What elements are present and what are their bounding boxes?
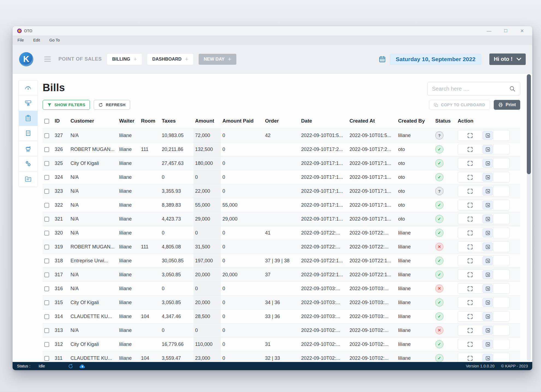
cell-order: 34 | 36: [263, 296, 299, 310]
export-row-button[interactable]: [483, 242, 493, 251]
export-row-button[interactable]: [483, 228, 493, 237]
row-checkbox[interactable]: [44, 217, 49, 222]
sidebar-item-settings-gears[interactable]: [19, 156, 37, 172]
tab-billing[interactable]: BILLING+: [107, 54, 142, 65]
row-checkbox[interactable]: [44, 259, 49, 263]
search-input[interactable]: [432, 86, 509, 92]
expand-row-button[interactable]: [458, 172, 482, 182]
cell-waiter: liliane: [117, 282, 139, 296]
expand-row-button[interactable]: [458, 130, 482, 141]
show-filters-button[interactable]: SHOW FILTERS: [43, 100, 90, 110]
export-row-button[interactable]: [483, 326, 493, 335]
expand-row-button[interactable]: [458, 353, 482, 362]
cell-created-by: liliane: [396, 282, 434, 296]
row-checkbox[interactable]: [44, 147, 49, 152]
copy-to-clipboard-button[interactable]: COPY TO CLIPBOARD: [429, 100, 490, 110]
col-created-at: Created At: [348, 118, 396, 129]
cell-order: [263, 212, 299, 226]
expand-row-button[interactable]: [458, 339, 482, 349]
export-row-button[interactable]: [483, 187, 493, 195]
row-checkbox[interactable]: [44, 161, 49, 166]
new-day-button[interactable]: NEW DAY+: [199, 54, 236, 65]
cell-date: 2022-09-10T02:...: [299, 323, 348, 337]
row-checkbox[interactable]: [44, 286, 49, 291]
cell-amount-paid: 0: [221, 142, 263, 156]
calendar-icon[interactable]: [378, 55, 386, 63]
expand-row-button[interactable]: [458, 214, 482, 224]
row-checkbox[interactable]: [44, 356, 49, 361]
export-row-button[interactable]: [483, 354, 493, 362]
status-success-badge: ✓: [435, 145, 443, 153]
sidebar-item-pos-terminal[interactable]: [19, 96, 37, 111]
sidebar-item-receipt[interactable]: [19, 126, 37, 141]
user-menu-button[interactable]: Hi oto !: [489, 54, 526, 65]
expand-row-button[interactable]: [458, 242, 482, 252]
expand-row-button[interactable]: [458, 256, 482, 266]
expand-row-button[interactable]: [458, 269, 482, 280]
menu-edit[interactable]: Edit: [33, 38, 40, 42]
cell-waiter: liliane: [117, 212, 139, 226]
export-arrow-icon: [485, 161, 490, 166]
export-row-button[interactable]: [483, 340, 493, 349]
sidebar-item-gauge[interactable]: [19, 81, 37, 96]
maximize-button[interactable]: ☐: [504, 29, 507, 33]
sidebar-item-cart[interactable]: [19, 141, 37, 156]
scrollbar-thumb[interactable]: [527, 74, 531, 174]
export-row-button[interactable]: [483, 173, 493, 182]
sidebar-item-documents-folder[interactable]: [19, 171, 37, 187]
cell-date: 2022-09-10T01:5...: [299, 129, 348, 142]
expand-row-button[interactable]: [458, 158, 482, 168]
row-checkbox[interactable]: [44, 314, 49, 319]
expand-icon: [467, 328, 473, 333]
row-checkbox[interactable]: [44, 272, 49, 277]
row-checkbox[interactable]: [44, 245, 49, 250]
export-row-button[interactable]: [483, 145, 493, 154]
export-row-button[interactable]: [483, 131, 493, 140]
action-button-group: [458, 213, 510, 224]
expand-row-button[interactable]: [458, 283, 482, 294]
expand-row-button[interactable]: [458, 228, 482, 238]
export-arrow-icon: [485, 216, 490, 222]
app-header: K POINT OF SALES BILLING+ DASHBOARD+ NEW…: [13, 45, 532, 74]
row-checkbox[interactable]: [44, 203, 49, 208]
export-row-button[interactable]: [483, 256, 493, 265]
expand-row-button[interactable]: [458, 200, 482, 210]
expand-row-button[interactable]: [458, 311, 482, 322]
hamburger-menu-icon[interactable]: [44, 57, 51, 62]
minimize-button[interactable]: —: [487, 29, 491, 33]
row-checkbox[interactable]: [44, 342, 49, 347]
export-row-button[interactable]: [483, 215, 493, 223]
row-checkbox[interactable]: [44, 328, 49, 333]
export-arrow-icon: [485, 286, 490, 291]
row-checkbox[interactable]: [44, 300, 49, 305]
export-row-button[interactable]: [483, 270, 493, 279]
expand-row-button[interactable]: [458, 186, 482, 196]
expand-row-button[interactable]: [458, 297, 482, 308]
select-all-checkbox[interactable]: [44, 119, 49, 124]
close-button[interactable]: ✕: [520, 29, 524, 33]
expand-row-button[interactable]: [458, 325, 482, 335]
cell-date: 2022-09-10T02:...: [299, 351, 348, 362]
export-row-button[interactable]: [483, 312, 493, 321]
cell-amount: 180,000: [193, 156, 221, 170]
export-arrow-icon: [485, 175, 490, 180]
export-row-button[interactable]: [483, 298, 493, 307]
tab-dashboard[interactable]: DASHBOARD+: [147, 54, 193, 65]
row-checkbox[interactable]: [44, 231, 49, 236]
export-row-button[interactable]: [483, 201, 493, 209]
row-checkbox[interactable]: [44, 175, 49, 180]
export-row-button[interactable]: [483, 284, 493, 293]
refresh-button[interactable]: REFRESH: [94, 100, 130, 110]
menu-goto[interactable]: Go To: [49, 38, 60, 42]
row-checkbox[interactable]: [44, 189, 49, 194]
sidebar-item-bills-clipboard[interactable]: [19, 111, 37, 126]
current-date-chip[interactable]: Saturday 10, September 2022: [390, 54, 481, 65]
menu-file[interactable]: File: [17, 38, 24, 42]
sync-refresh-icon[interactable]: [68, 364, 73, 369]
print-button[interactable]: Print: [494, 100, 520, 110]
row-checkbox[interactable]: [44, 133, 49, 138]
export-row-button[interactable]: [483, 159, 493, 168]
expand-row-button[interactable]: [458, 144, 482, 155]
cell-created-by: liliane: [396, 254, 434, 268]
cell-waiter: liliane: [117, 351, 139, 362]
